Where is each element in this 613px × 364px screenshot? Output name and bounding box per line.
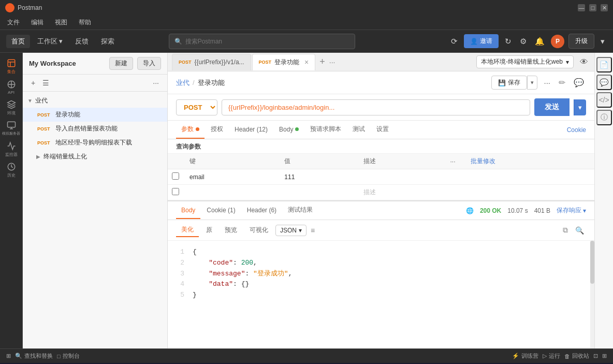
bulk-edit-button[interactable]: 批量修改 [471,157,495,166]
copy-response-icon[interactable]: ⧉ [561,225,570,236]
req-tab-pre-request[interactable]: 预请求脚本 [305,121,346,139]
param-value-0: 111 [278,169,357,185]
sidebar-item-collections[interactable]: 集合 [2,57,21,76]
avatar[interactable]: P [551,35,564,48]
settings-icon[interactable]: ⚙ [518,35,529,48]
sidebar-item-environments[interactable]: 环境 [2,98,21,117]
right-icon-info[interactable]: ⓘ [596,110,612,125]
method-select[interactable]: POST [176,99,217,115]
bottom-icon-1[interactable]: ⊡ [593,353,598,359]
req-tab-body[interactable]: Body [274,122,304,138]
url-input[interactable] [222,99,530,115]
menu-help[interactable]: 帮助 [77,17,93,28]
cookie-link[interactable]: Cookie [567,126,586,134]
fmt-tab-pretty[interactable]: 美化 [176,223,199,237]
req-tab-header[interactable]: Header (12) [229,122,273,138]
tree-item-import-sales[interactable]: POST 导入自然销量报表功能 [23,122,167,136]
req-tab-settings[interactable]: 设置 [371,121,394,139]
param-value-1[interactable] [278,185,357,200]
comment-icon[interactable]: 💬 [572,76,586,90]
url-bar: POST 发送 ▾ [168,94,594,121]
close-button[interactable]: ✕ [601,4,608,11]
search-input[interactable] [185,38,349,45]
eye-icon[interactable]: 👁 [578,55,590,69]
explore-button[interactable]: 探索 [96,35,120,48]
sidebar-item-history[interactable]: 历史 [2,161,21,179]
bottom-icon-2[interactable]: ⊞ [602,353,607,359]
right-icon-comment[interactable]: 💬 [596,75,612,90]
minimize-button[interactable]: — [578,4,585,11]
resp-tab-cookie[interactable]: Cookie (1) [201,202,240,219]
req-tab-auth[interactable]: 授权 [206,121,228,139]
method-badge-post: POST [35,112,52,118]
right-icon-doc[interactable]: 📄 [596,57,612,72]
param-checkbox-0[interactable] [172,172,179,180]
tab-1[interactable]: POST 登录功能 × [252,54,316,70]
param-key-1[interactable] [183,185,278,200]
tree-item-login[interactable]: POST 登录功能 [23,108,167,122]
send-dropdown-button[interactable]: ▾ [574,99,586,115]
resp-tab-header[interactable]: Header (6) [242,202,282,219]
refresh-icon[interactable]: ↻ [503,35,514,48]
runner-button[interactable]: ▷ 运行 [543,352,560,360]
req-tab-tests[interactable]: 测试 [347,121,370,139]
save-button[interactable]: 💾 保存 [491,76,527,90]
more-options-icon[interactable]: ··· [542,76,552,89]
save-response-button[interactable]: 保存响应 ▾ [557,206,586,215]
new-tab-button[interactable]: + [316,56,328,67]
import-button[interactable]: 导入 [137,57,161,70]
format-select[interactable]: JSON ▾ [275,225,306,236]
add-collection-btn[interactable]: + [29,78,37,88]
main-content: POST {{urlPrefix}}/v1/a... POST 登录功能 × +… [168,53,594,348]
env-selector[interactable]: 本地环境-终端销量线上化web ▾ [476,55,574,68]
sync-icon[interactable]: ⟳ [449,35,460,48]
resp-tab-body[interactable]: Body [176,202,200,219]
workspace-button[interactable]: 工作区 ▾ [32,35,68,48]
tab-0[interactable]: POST {{urlPrefix}}/v1/a... [172,54,251,70]
tree-folder-yedai[interactable]: ▼ 业代 [23,94,167,108]
fmt-tab-preview[interactable]: 预览 [220,224,242,237]
training-button[interactable]: ⚡ 训练营 [512,352,538,360]
param-checkbox-1[interactable] [172,188,179,195]
send-button[interactable]: 发送 [534,98,570,116]
upgrade-button[interactable]: 升级 [568,34,594,49]
word-wrap-icon[interactable]: ≡ [309,225,317,236]
scrollbar-thumb[interactable] [590,241,594,284]
tree-folder-terminal[interactable]: ▶ 终端销量线上化 [23,150,167,164]
tree-item-region-manager[interactable]: POST 地区经理-导购明细报表下载 [23,136,167,150]
edit-icon[interactable]: ✏ [557,76,567,90]
home-button[interactable]: 首页 [6,35,30,48]
more-tabs-button[interactable]: ··· [329,58,335,66]
resp-tab-test-results[interactable]: 测试结果 [283,201,318,220]
save-dropdown-btn[interactable]: ▾ [527,76,537,90]
sidebar-item-mock[interactable]: 模拟服务器 [2,119,21,138]
menu-file[interactable]: 文件 [5,17,22,28]
tab-close-icon[interactable]: × [304,58,309,66]
collection-tree: ▼ 业代 POST 登录功能 POST 导入自然销量报表功能 POST 地区经理… [23,92,167,348]
trash-button[interactable]: 🗑 回收站 [564,352,589,360]
console-button[interactable]: □ 控制台 [57,352,80,360]
filter-btn[interactable]: ☰ [40,78,51,88]
notifications-icon[interactable]: 🔔 [533,35,547,48]
more-options-btn[interactable]: ··· [151,78,161,88]
sidebar-item-api[interactable]: API [2,78,21,96]
maximize-button[interactable]: □ [589,4,596,11]
fmt-tab-visualize[interactable]: 可视化 [244,224,273,237]
fmt-tab-raw[interactable]: 原 [201,224,217,237]
feedback-button[interactable]: 反馈 [70,35,94,48]
sidebar-item-monitor[interactable]: 监控器 [2,140,21,158]
right-icon-code[interactable]: </> [596,92,612,108]
search-response-icon[interactable]: 🔍 [573,225,586,236]
bottom-layout-btn[interactable]: ⊞ [6,353,11,359]
invite-button[interactable]: 👤 邀请 [464,34,499,48]
upgrade-chevron-icon[interactable]: ▾ [599,35,607,48]
req-tab-params[interactable]: 参数 [176,121,205,139]
menu-view[interactable]: 视图 [53,17,69,28]
new-collection-button[interactable]: 新建 [109,57,133,70]
search-bar[interactable]: 🔍 [169,34,355,49]
query-params-label: 查询参数 [168,139,594,154]
menu-edit[interactable]: 编辑 [29,17,46,28]
find-replace-button[interactable]: 🔍 查找和替换 [15,352,53,360]
table-row: 描述 [168,185,594,200]
col-bulk[interactable]: 批量修改 [464,154,594,169]
